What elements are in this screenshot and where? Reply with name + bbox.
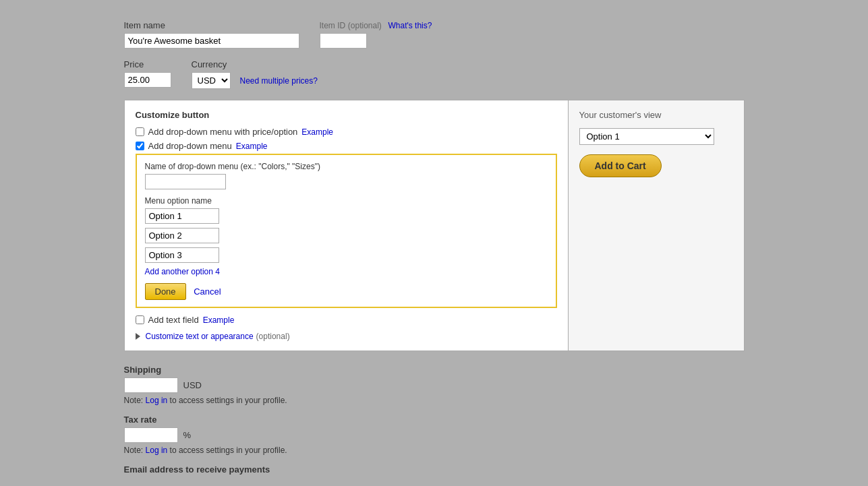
- customize-text-link[interactable]: Customize text or appearance: [146, 332, 254, 341]
- email-label: Email address to receive payments: [124, 464, 745, 475]
- item-id-optional: (optional): [348, 21, 382, 30]
- customize-button-title: Customize button: [136, 110, 557, 120]
- add-dropdown-price-checkbox[interactable]: [136, 127, 144, 136]
- item-id-whats-this[interactable]: What's this?: [388, 21, 432, 30]
- shipping-login-link[interactable]: Log in: [146, 396, 168, 405]
- option1-input[interactable]: [145, 208, 219, 224]
- shipping-note: Note: Log in to access settings in your …: [124, 396, 745, 405]
- add-dropdown-price-example-link[interactable]: Example: [301, 127, 333, 137]
- add-text-field-checkbox[interactable]: [136, 315, 144, 324]
- done-button[interactable]: Done: [145, 283, 186, 300]
- tax-login-link[interactable]: Log in: [146, 446, 168, 455]
- add-to-cart-button[interactable]: Add to Cart: [579, 154, 662, 177]
- add-another-option-link[interactable]: Add another option 4: [145, 267, 548, 276]
- item-name-input[interactable]: [124, 33, 299, 49]
- tax-rate-input[interactable]: [124, 427, 178, 443]
- dropdown-name-input[interactable]: [145, 174, 226, 189]
- item-id-label: Item ID (optional) What's this?: [320, 20, 432, 30]
- add-dropdown-price-label: Add drop-down menu with price/option: [148, 127, 298, 137]
- shipping-input[interactable]: [124, 377, 178, 393]
- menu-option-name-label: Menu option name: [145, 196, 548, 206]
- price-label: Price: [124, 59, 171, 69]
- chevron-right-icon: [136, 333, 140, 340]
- tax-rate-label: Tax rate: [124, 415, 745, 425]
- add-dropdown-example-link[interactable]: Example: [236, 142, 268, 151]
- tax-note: Note: Log in to access settings in your …: [124, 446, 745, 455]
- customer-dropdown[interactable]: Option 1 Option 2 Option 3: [579, 128, 714, 145]
- add-dropdown-checkbox[interactable]: [136, 142, 144, 150]
- price-input[interactable]: [124, 72, 171, 88]
- cancel-link[interactable]: Cancel: [194, 286, 221, 297]
- add-dropdown-label: Add drop-down menu: [148, 141, 232, 151]
- option3-input[interactable]: [145, 247, 219, 263]
- tax-percent-symbol: %: [183, 430, 192, 440]
- add-text-field-label: Add text field: [148, 315, 199, 325]
- add-text-field-example-link[interactable]: Example: [203, 315, 235, 325]
- need-multiple-prices-link[interactable]: Need multiple prices?: [240, 76, 318, 86]
- shipping-currency: USD: [183, 380, 202, 390]
- item-name-label: Item name: [124, 20, 299, 30]
- shipping-label: Shipping: [124, 365, 745, 375]
- dropdown-name-label: Name of drop-down menu (ex.: "Colors," "…: [145, 162, 548, 171]
- customize-optional-text: (optional): [256, 332, 290, 341]
- currency-label: Currency: [192, 59, 318, 69]
- customer-view-title: Your customer's view: [579, 110, 733, 120]
- item-id-input[interactable]: [320, 33, 367, 49]
- currency-select[interactable]: USD EUR GBP CAD AUD: [192, 72, 231, 89]
- option2-input[interactable]: [145, 228, 219, 243]
